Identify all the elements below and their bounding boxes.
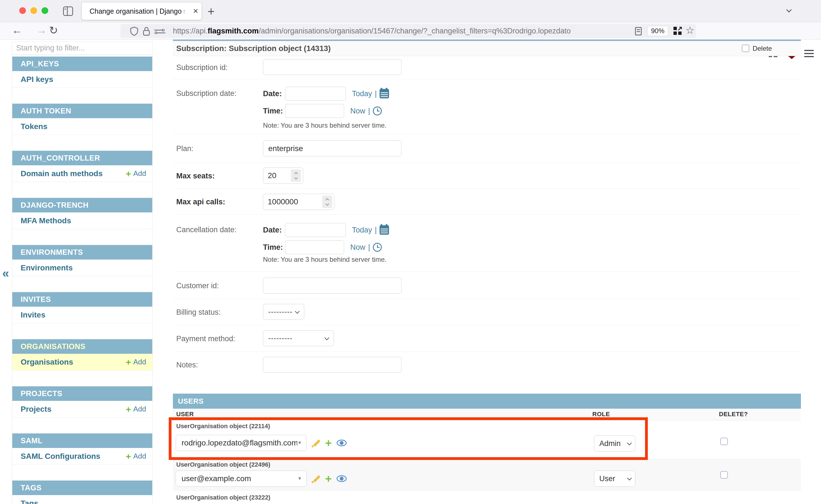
dropdown-arrow-icon: ▼	[297, 476, 302, 481]
delete-checkbox[interactable]	[742, 45, 749, 52]
user-organisation-object-label: UserOrganisation object (23222)	[176, 494, 270, 501]
add-organisation-link[interactable]: +Add	[126, 358, 146, 366]
list-all-tabs-icon[interactable]	[787, 8, 793, 14]
subscription-time-input[interactable]	[285, 104, 344, 118]
add-plus-icon[interactable]: +	[325, 439, 331, 447]
lock-icon[interactable]	[143, 26, 150, 36]
tab-close-icon[interactable]: ×	[193, 6, 198, 16]
reader-mode-icon[interactable]	[635, 27, 642, 35]
notes-input[interactable]	[263, 357, 401, 373]
minimize-window-button[interactable]	[30, 7, 37, 14]
user-select[interactable]: user@example.com▼	[176, 471, 307, 487]
user-select[interactable]: rodrigo.lopezdato@flagsmith.com▼	[176, 435, 307, 451]
sidebar-item-api-keys[interactable]: API keys	[12, 71, 152, 88]
back-button[interactable]: ←	[12, 24, 22, 36]
sidebar-item-mfa-methods[interactable]: MFA Methods	[12, 212, 152, 229]
url-bar[interactable]: https://api.flagsmith.com/admin/organisa…	[120, 24, 696, 38]
cancellation-time-input[interactable]	[285, 240, 344, 254]
sidebar-item-tags[interactable]: Tags	[12, 495, 152, 504]
today-link[interactable]: Today	[352, 226, 372, 234]
new-tab-button[interactable]: +	[207, 4, 215, 18]
tab-bar: Change organisation | Django site ac × +	[0, 0, 821, 22]
role-select[interactable]: User	[594, 471, 635, 487]
edit-pencil-icon[interactable]	[312, 439, 320, 447]
customer-id-input[interactable]	[263, 278, 401, 294]
maximize-window-button[interactable]	[42, 7, 48, 14]
chevron-down-icon	[627, 441, 632, 445]
delete-user-checkbox[interactable]	[720, 438, 728, 445]
plus-icon: +	[126, 453, 131, 460]
sidebar-item-invites[interactable]: Invites	[12, 307, 152, 323]
subscription-heading: Subscription: Subscription object (14313…	[173, 44, 331, 53]
tracking-shield-icon[interactable]	[130, 26, 138, 36]
form-row-max-seats: Max seats: 20	[173, 163, 801, 189]
permissions-icon[interactable]	[154, 29, 166, 34]
sidebar-section-auth-token: AUTH TOKEN	[12, 104, 152, 118]
browser-sidebar-toggle-icon[interactable]	[63, 6, 73, 16]
url-text[interactable]: https://api.flagsmith.com/admin/organisa…	[173, 27, 628, 35]
now-link[interactable]: Now	[350, 107, 365, 115]
sidebar-section-saml: SAML	[12, 433, 152, 448]
active-tab[interactable]: Change organisation | Django site ac ×	[82, 3, 202, 20]
column-user: USER	[176, 411, 194, 418]
add-plus-icon[interactable]: +	[325, 474, 331, 483]
form-row-billing-status: Billing status: ---------	[173, 299, 801, 325]
close-window-button[interactable]	[19, 7, 26, 14]
number-spinner[interactable]	[322, 196, 332, 208]
calendar-icon[interactable]	[379, 225, 389, 235]
max-seats-input[interactable]: 20	[263, 168, 303, 184]
add-domain-auth-method-link[interactable]: +Add	[126, 169, 146, 178]
sidebar-section-auth-controller: AUTH_CONTROLLER	[12, 151, 152, 165]
add-project-link[interactable]: +Add	[126, 405, 146, 413]
sidebar-item-environments[interactable]: Environments	[12, 260, 152, 276]
calendar-icon[interactable]	[379, 89, 389, 98]
delete-user-checkbox[interactable]	[720, 471, 728, 479]
bookmark-star-icon[interactable]: ☆	[686, 25, 694, 36]
plus-icon: +	[126, 358, 131, 366]
browser-window: Change organisation | Django site ac × +…	[0, 0, 821, 504]
form-row-subscription-date: Subscription date: Date: Today| Time: No…	[173, 79, 801, 134]
admin-sidebar: API_KEYS API keys AUTH TOKEN Tokens AUTH…	[12, 42, 152, 504]
sidebar-item-organisations[interactable]: Organisations +Add	[12, 354, 152, 370]
edit-pencil-icon[interactable]	[312, 474, 320, 483]
sidebar-item-saml-configurations[interactable]: SAML Configurations +Add	[12, 448, 152, 465]
column-role: ROLE	[592, 411, 610, 418]
squares-icon[interactable]	[674, 27, 682, 35]
subscription-date-input[interactable]	[285, 87, 346, 101]
sidebar-filter-input[interactable]	[12, 42, 152, 55]
delete-label: Delete	[753, 45, 772, 52]
chevron-down-icon	[324, 335, 329, 340]
plan-input[interactable]	[263, 140, 401, 156]
clock-icon[interactable]	[373, 106, 382, 115]
forward-button[interactable]: →	[36, 24, 47, 36]
chevron-down-icon	[295, 309, 300, 314]
number-spinner[interactable]	[291, 169, 301, 182]
user-row: UserOrganisation object (22114) rodrigo.…	[173, 420, 801, 459]
subscription-id-input[interactable]	[263, 59, 401, 75]
view-eye-icon[interactable]	[336, 475, 346, 482]
sidebar-section-projects: PROJECTS	[12, 386, 152, 401]
sidebar-item-projects[interactable]: Projects +Add	[12, 401, 152, 418]
max-api-calls-input[interactable]: 1000000	[263, 194, 334, 210]
plus-icon: +	[126, 406, 131, 413]
zoom-level-button[interactable]: 90%	[647, 26, 668, 36]
now-link[interactable]: Now	[350, 243, 365, 252]
sidebar-item-domain-auth-methods[interactable]: Domain auth methods +Add	[12, 165, 152, 182]
billing-status-select[interactable]: ---------	[263, 304, 304, 320]
cancellation-date-input[interactable]	[285, 223, 346, 237]
role-select[interactable]: Admin	[594, 435, 635, 452]
view-eye-icon[interactable]	[336, 440, 346, 446]
clock-icon[interactable]	[373, 243, 382, 252]
form-row-max-api-calls: Max api calls: 1000000	[173, 189, 801, 215]
sidebar-item-tokens[interactable]: Tokens	[12, 118, 152, 135]
dropdown-arrow-icon: ▼	[297, 440, 302, 446]
users-section-header: USERS	[173, 394, 801, 409]
payment-method-select[interactable]: ---------	[263, 330, 334, 346]
sidebar-collapse-icon[interactable]: «	[2, 266, 9, 280]
tab-title: Change organisation | Django site ac	[89, 7, 184, 15]
today-link[interactable]: Today	[352, 89, 372, 98]
form-row-customer-id: Customer id:	[173, 272, 801, 299]
reload-button[interactable]: ↻	[49, 24, 58, 37]
add-saml-configuration-link[interactable]: +Add	[126, 452, 146, 461]
menu-hamburger-icon[interactable]	[804, 50, 814, 57]
